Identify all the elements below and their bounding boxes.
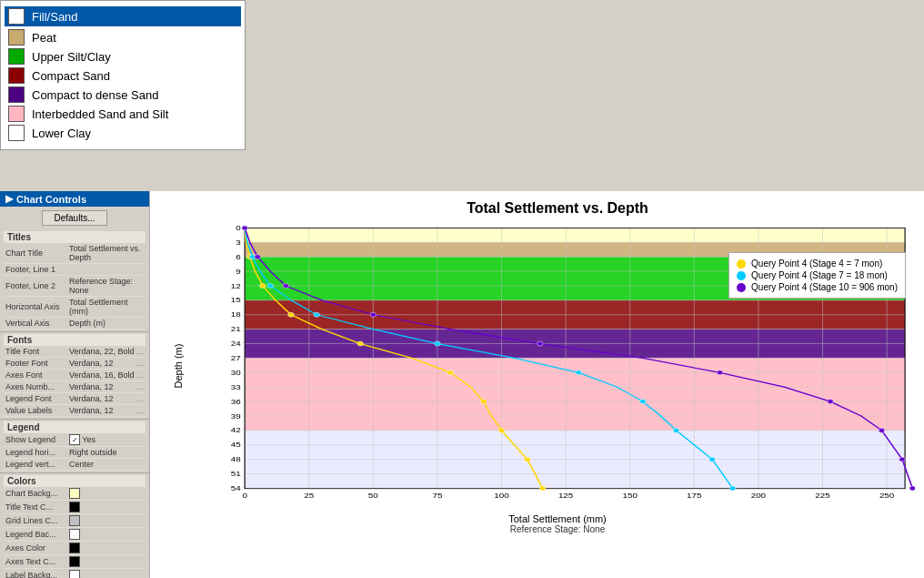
svg-text:15: 15 (231, 296, 241, 304)
axes-color-row: Axes Color (4, 542, 146, 555)
svg-text:150: 150 (623, 492, 638, 500)
svg-text:51: 51 (231, 470, 241, 478)
label-backg-swatch[interactable] (69, 570, 80, 578)
title-text-label: Title Text C... (5, 502, 69, 512)
footer-font-arrow[interactable]: … (136, 360, 144, 368)
x-axis-label: Total Settlement (mm) (200, 513, 915, 524)
legend-vert-value: Center (69, 460, 144, 469)
svg-text:0: 0 (236, 224, 241, 232)
horiz-axis-value: Total Settlement (mm) (69, 298, 144, 316)
svg-text:21: 21 (231, 325, 241, 333)
legend-item-label: Upper Silt/Clay (32, 50, 111, 64)
value-labels-label: Value Labels (5, 406, 69, 415)
legend-series-label: Query Point 4 (Stage 10 = 906 mon) (751, 282, 898, 292)
legend-item[interactable]: Lower Clay (8, 125, 237, 141)
legend-font-arrow[interactable]: … (136, 395, 144, 403)
legend-item[interactable]: Fill/Sand (5, 6, 241, 26)
svg-text:12: 12 (231, 282, 241, 290)
svg-text:42: 42 (231, 427, 241, 435)
legend-item[interactable]: Compact to dense Sand (8, 86, 237, 103)
title-font-arrow[interactable]: … (136, 348, 144, 356)
fonts-section: Fonts Title Font Verdana, 22, Bold … Foo… (0, 332, 149, 420)
svg-text:75: 75 (432, 492, 442, 500)
legend-back-swatch[interactable] (69, 529, 80, 540)
axes-numb-value: Verdana, 12 (69, 382, 136, 391)
svg-point-89 (255, 255, 261, 259)
legend-dot (737, 271, 746, 280)
svg-point-81 (314, 312, 320, 317)
legend-entry: Query Point 4 (Stage 4 = 7 mon) (737, 259, 898, 269)
vert-axis-label: Vertical Axis (5, 319, 69, 328)
title-text-row: Title Text C... (4, 501, 146, 514)
title-font-value: Verdana, 22, Bold (69, 347, 136, 356)
svg-text:100: 100 (494, 492, 509, 500)
legend-font-label: Legend Font (5, 394, 69, 403)
titles-section-header: Titles (4, 231, 146, 243)
legend-item-label: Fill/Sand (32, 10, 78, 24)
chart-backg-swatch[interactable] (69, 488, 80, 499)
chart-title-value: Total Settlement vs. Depth (69, 244, 144, 262)
legend-entry: Query Point 4 (Stage 10 = 906 mon) (737, 282, 898, 292)
legend-section-header: Legend (4, 421, 146, 433)
svg-point-84 (640, 400, 647, 404)
value-labels-arrow[interactable]: … (136, 407, 144, 415)
axes-font-arrow[interactable]: … (136, 371, 144, 380)
label-backg-label: Label Backg... (5, 571, 69, 578)
svg-point-85 (673, 428, 679, 432)
axes-color-swatch[interactable] (69, 543, 80, 553)
chart-title-label: Chart Title (5, 248, 69, 258)
footer2-label: Footer, Line 2 (5, 281, 69, 290)
svg-point-80 (267, 283, 274, 288)
grid-lines-swatch[interactable] (69, 515, 80, 526)
panel-header: ▶ Chart Controls (0, 191, 149, 207)
axes-numb-label: Axes Numb... (5, 382, 69, 391)
horiz-axis-row: Horizontal Axis Total Settlement (mm) (4, 297, 146, 318)
footer2-value: Reference Stage: None (69, 277, 144, 295)
svg-text:6: 6 (236, 253, 241, 261)
footer2-row: Footer, Line 2 Reference Stage: None (4, 276, 146, 297)
svg-point-71 (288, 312, 295, 317)
legend-font-value: Verdana, 12 (69, 394, 136, 403)
footer-font-row: Footer Font Verdana, 12 … (4, 358, 146, 370)
legend-vert-row: Legend vert... Center (4, 459, 146, 471)
legend-font-row: Legend Font Verdana, 12 … (4, 393, 146, 405)
chart-area: Total Settlement vs. Depth Depth (m) 025… (150, 191, 924, 578)
svg-point-83 (576, 370, 582, 375)
title-text-swatch[interactable] (69, 502, 80, 512)
svg-point-96 (899, 457, 906, 461)
chart-backg-row: Chart Backg... (4, 487, 146, 501)
svg-point-92 (537, 341, 544, 346)
svg-text:27: 27 (231, 354, 241, 362)
footer1-row: Footer, Line 1 (4, 264, 146, 276)
show-legend-row: Show Legend ✓ Yes (4, 433, 146, 447)
reference-stage: Reference Stage: None (200, 524, 915, 534)
legend-item-label: Compact to dense Sand (32, 88, 158, 102)
axes-font-row: Axes Font Verdana, 16, Bold … (4, 370, 146, 381)
svg-point-94 (828, 400, 834, 404)
defaults-button[interactable]: Defaults... (42, 210, 106, 226)
axes-numb-arrow[interactable]: … (136, 383, 144, 391)
axes-text-swatch[interactable] (69, 556, 80, 567)
show-legend-label: Show Legend (5, 435, 69, 444)
svg-point-75 (498, 428, 505, 432)
legend-item-label: Lower Clay (32, 127, 91, 140)
value-labels-value: Verdana, 12 (69, 406, 136, 415)
svg-point-90 (283, 283, 289, 288)
svg-text:48: 48 (231, 455, 241, 463)
svg-text:24: 24 (231, 340, 241, 348)
svg-point-95 (879, 428, 885, 432)
vert-axis-row: Vertical Axis Depth (m) (4, 318, 146, 330)
legend-item[interactable]: Upper Silt/Clay (8, 48, 237, 65)
chart-title-row: Chart Title Total Settlement vs. Depth (4, 243, 146, 264)
svg-point-72 (357, 341, 364, 346)
legend-item-label: Peat (32, 31, 56, 45)
legend-item[interactable]: Peat (8, 29, 237, 46)
footer-font-label: Footer Font (5, 359, 69, 368)
fonts-section-header: Fonts (4, 334, 146, 346)
horiz-axis-label: Horizontal Axis (5, 302, 69, 311)
grid-lines-row: Grid Lines C... (4, 514, 146, 528)
triangle-icon: ▶ (5, 193, 13, 205)
legend-item[interactable]: Compact Sand (8, 67, 237, 84)
legend-item[interactable]: Interbedded Sand and Silt (8, 106, 237, 122)
legend-color-box (8, 106, 25, 122)
